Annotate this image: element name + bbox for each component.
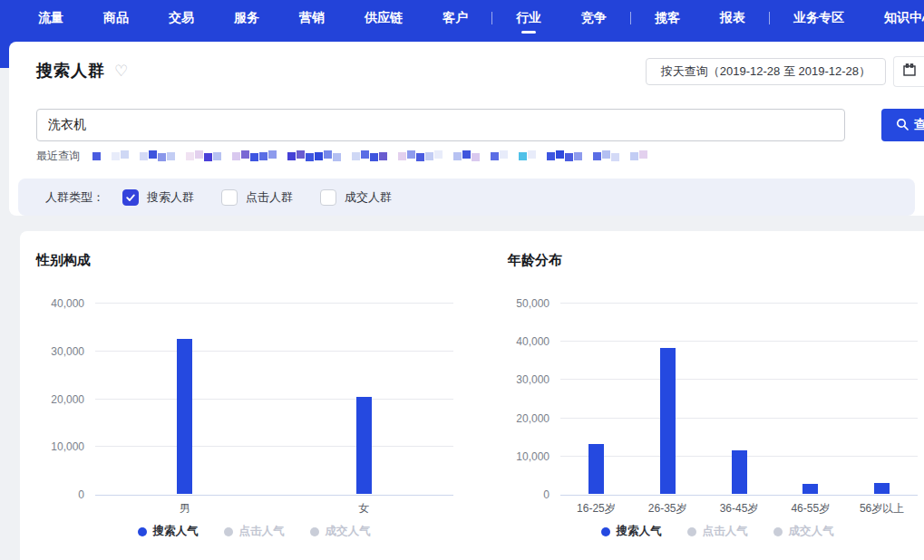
legend-item-成交人气[interactable]: 成交人气 (773, 524, 834, 539)
plot-area: 010,00020,00030,00040,00050,000 (508, 304, 924, 495)
checkbox-unchecked[interactable] (221, 189, 238, 206)
x-axis-label-16-25岁: 16-25岁 (577, 501, 616, 517)
gender-composition-chart: 性别构成 010,00020,00030,00040,000男女搜索人气点击人气… (36, 252, 472, 539)
censored-query-block (556, 150, 564, 159)
nav-item-竞争[interactable]: 竞争 (561, 0, 627, 42)
censored-query-block (324, 150, 332, 159)
y-axis-tick-label: 40,000 (36, 297, 84, 310)
nav-item-报表[interactable]: 报表 (700, 0, 765, 42)
x-axis-labels: 16-25岁26-35岁36-45岁46-55岁56岁以上 (508, 495, 924, 518)
censored-query-block (519, 152, 527, 160)
legend-item-成交人气[interactable]: 成交人气 (310, 524, 371, 539)
legend-label: 搜索人气 (153, 524, 199, 539)
audience-type-option-成交人群[interactable]: 成交人群 (320, 189, 392, 206)
audience-type-option-搜索人群[interactable]: 搜索人群 (122, 189, 194, 206)
censored-query-block (500, 150, 508, 159)
censored-query-item (547, 152, 583, 160)
legend-dot-icon (601, 527, 610, 536)
magnifier-icon (896, 118, 909, 133)
x-axis-labels: 男女 (36, 495, 472, 518)
active-tab-underline (521, 31, 536, 34)
date-range-selector[interactable]: 按天查询（2019-12-28 至 2019-12-28） (646, 58, 886, 85)
nav-item-流量[interactable]: 流量 (18, 0, 83, 42)
recent-queries-label: 最近查询 (36, 149, 80, 164)
censored-query-block (112, 152, 120, 160)
chart-title-gender: 性别构成 (36, 252, 472, 270)
censored-query-item (491, 152, 509, 160)
gridline (95, 446, 453, 447)
nav-item-商品[interactable]: 商品 (83, 0, 149, 42)
censored-query-block (565, 153, 573, 161)
bar-男 (177, 339, 192, 494)
search-button-label: 查询 (914, 117, 924, 133)
nav-item-营销[interactable]: 营销 (279, 0, 345, 42)
nav-item-供应链[interactable]: 供应链 (345, 0, 423, 42)
censored-query-block (361, 150, 369, 159)
gridline (95, 351, 453, 352)
legend-item-点击人气[interactable]: 点击人气 (687, 524, 748, 539)
page-title: 搜索人群 (36, 60, 105, 82)
plot-area: 010,00020,00030,00040,000 (36, 304, 472, 495)
censored-query-block (92, 152, 101, 160)
audience-type-option-点击人群[interactable]: 点击人群 (221, 189, 293, 206)
checkbox-label: 成交人群 (345, 189, 392, 206)
censored-query-block (528, 150, 536, 159)
calendar-icon (902, 63, 917, 81)
legend-item-点击人气[interactable]: 点击人气 (224, 524, 285, 539)
censored-query-item (140, 152, 176, 160)
nav-item-label: 行业 (516, 10, 541, 24)
nav-item-label: 客户 (443, 10, 468, 24)
search-row: 查询 (36, 109, 924, 141)
nav-item-客户[interactable]: 客户 (423, 0, 488, 42)
x-axis-label-46-55岁: 46-55岁 (791, 501, 830, 517)
censored-query-item (352, 152, 388, 160)
censored-query-item (232, 152, 277, 160)
legend-label: 成交人气 (789, 524, 834, 539)
censored-query-block (186, 152, 194, 160)
nav-item-label: 知识中心 (884, 10, 924, 24)
censored-query-block (574, 152, 582, 160)
nav-item-揽客[interactable]: 揽客 (635, 0, 700, 42)
age-distribution-chart: 年龄分布 010,00020,00030,00040,00050,00016-2… (508, 252, 924, 539)
censored-query-block (352, 152, 360, 160)
censored-query-item (593, 152, 620, 160)
legend-item-搜索人气[interactable]: 搜索人气 (138, 524, 199, 539)
chart-legend: 搜索人气点击人气成交人气 (36, 524, 472, 539)
censored-query-item (453, 152, 481, 160)
legend-dot-icon (687, 527, 696, 536)
nav-item-服务[interactable]: 服务 (214, 0, 279, 42)
checkbox-unchecked[interactable] (320, 189, 336, 206)
main-nav: 流量商品交易服务营销供应链客户行业竞争揽客报表业务专区知识中心 (18, 0, 924, 42)
favorite-heart-icon[interactable]: ♡ (114, 63, 128, 79)
search-audience-panel: 搜索人群 ♡ 按天查询（2019-12-28 至 2019-12-28） (9, 42, 924, 216)
search-button[interactable]: 查询 (881, 109, 924, 141)
censored-query-block (379, 152, 387, 160)
gridline (95, 303, 453, 304)
nav-item-交易[interactable]: 交易 (149, 0, 214, 42)
chart-title-age: 年龄分布 (508, 252, 924, 270)
censored-query-block (287, 152, 296, 160)
legend-label: 点击人气 (239, 524, 285, 539)
bar-26-35岁 (660, 348, 676, 494)
censored-query-block (121, 150, 129, 159)
x-axis-label-26-35岁: 26-35岁 (648, 501, 687, 517)
search-input[interactable] (36, 109, 845, 141)
gridline (560, 418, 918, 419)
nav-item-label: 竞争 (581, 10, 607, 24)
checkbox-checked-icon[interactable] (122, 189, 139, 206)
legend-dot-icon (138, 527, 147, 536)
legend-dot-icon (224, 527, 233, 536)
audience-type-band: 人群类型： 搜索人群点击人群成交人群 (18, 179, 915, 216)
nav-item-业务专区[interactable]: 业务专区 (773, 0, 864, 42)
legend-item-搜索人气[interactable]: 搜索人气 (601, 524, 662, 539)
checkbox-label: 搜索人群 (147, 189, 194, 206)
calendar-button[interactable] (893, 56, 924, 87)
censored-query-block (370, 153, 378, 161)
censored-query-block (425, 152, 433, 160)
censored-query-block (232, 152, 240, 160)
censored-query-item (287, 152, 342, 160)
gridline (560, 379, 918, 380)
nav-item-行业[interactable]: 行业 (496, 0, 561, 42)
nav-item-知识中心[interactable]: 知识中心 (864, 0, 924, 42)
nav-item-label: 流量 (38, 10, 63, 24)
